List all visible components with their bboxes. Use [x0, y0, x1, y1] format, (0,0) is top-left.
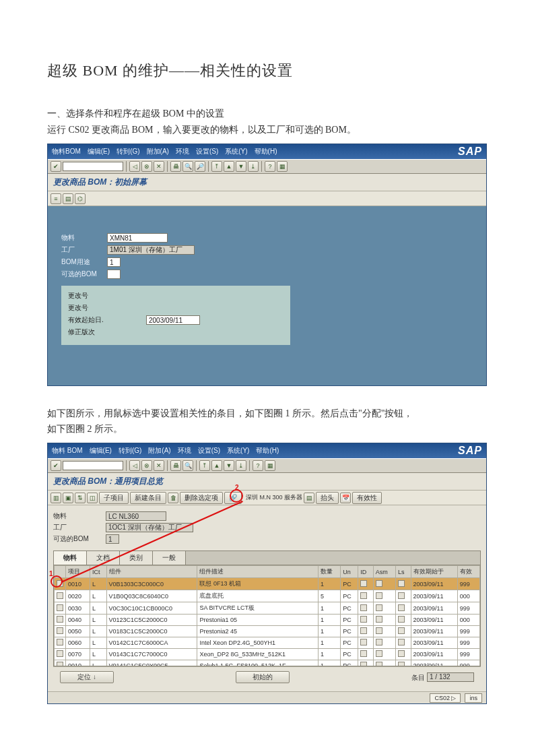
menu-item[interactable]: 物料BOM	[52, 147, 81, 156]
item-icon[interactable]: ≡	[51, 193, 61, 204]
flag-checkbox[interactable]	[376, 627, 382, 634]
usage-input[interactable]: 1	[107, 257, 121, 267]
menu-item[interactable]: 环境	[178, 446, 191, 455]
table-row[interactable]: 0050LV0183C1C5C2000C0Prestonia2 451PC200…	[55, 626, 480, 637]
table-row[interactable]: 0030LV0C30C10C1CB000C0SA BITVCRE LCT板1PC…	[55, 602, 480, 615]
table-row[interactable]: 0010LV0141C1C5C0Y00C5Solub1 1.5G_FS8100_…	[55, 660, 480, 667]
column-header[interactable]: 有效期始于	[411, 566, 457, 578]
menu-item[interactable]: 设置(S)	[198, 446, 220, 455]
flag-checkbox[interactable]	[398, 616, 405, 623]
flag-checkbox[interactable]	[376, 580, 382, 587]
last-page-icon[interactable]: ⤓	[236, 460, 246, 471]
item-grid[interactable]: 项目ICt组件组件描述数量UnIDAsmLs有效期始于有效 0010LV0B13…	[54, 565, 480, 666]
column-header[interactable]: ID	[358, 566, 374, 578]
header-icon[interactable]: ▤	[63, 193, 73, 204]
plant-input[interactable]: 1M01 深圳（存储）工厂	[107, 245, 195, 255]
assign-button[interactable]: 🔗	[224, 492, 242, 504]
tab-class[interactable]: 类别	[120, 551, 153, 565]
flag-checkbox[interactable]	[376, 604, 382, 611]
flag-checkbox[interactable]	[360, 604, 367, 611]
last-page-icon[interactable]: ⤓	[248, 161, 259, 172]
print-icon[interactable]: 🖶	[170, 161, 181, 172]
flag-checkbox[interactable]	[398, 604, 405, 611]
flag-checkbox[interactable]	[398, 639, 405, 645]
position-button[interactable]: 定位 ↓	[60, 671, 114, 683]
find-icon[interactable]: 🔍	[182, 161, 193, 172]
menu-item[interactable]: 帮助(H)	[255, 147, 277, 156]
menu-item[interactable]: 编辑(E)	[88, 147, 110, 156]
sap-menu[interactable]: 物料BOM 编辑(E) 转到(G) 附加(A) 环境 设置(S) 系统(Y) 帮…	[52, 147, 277, 156]
material-input[interactable]: XMN81	[107, 233, 168, 243]
tab-general[interactable]: 一般	[153, 551, 186, 565]
flag-checkbox[interactable]	[360, 627, 367, 634]
header-icon[interactable]: ▤	[304, 493, 314, 503]
validfrom-input[interactable]: 2003/09/11	[146, 315, 200, 325]
validity-icon[interactable]: 📅	[340, 493, 351, 503]
delete-selected-button[interactable]: 删除选定项	[180, 492, 223, 504]
next-page-icon[interactable]: ▼	[236, 161, 246, 172]
help-icon[interactable]: ?	[253, 460, 263, 471]
flag-checkbox[interactable]	[398, 627, 405, 634]
row-select-checkbox[interactable]	[57, 592, 63, 599]
find-next-icon[interactable]: 🔎	[195, 161, 205, 172]
flag-checkbox[interactable]	[376, 662, 382, 666]
delete-icon[interactable]: 🗑	[168, 493, 178, 503]
table-row[interactable]: 0060LV0142C1C7C6000CAIntel Xeon DP2.4G_5…	[55, 637, 480, 649]
tree-icon[interactable]: ⌬	[75, 193, 86, 204]
column-header[interactable]: Asm	[373, 566, 395, 578]
graph-icon[interactable]: ◫	[87, 493, 98, 503]
flag-checkbox[interactable]	[360, 639, 367, 645]
row-select-checkbox[interactable]	[57, 627, 63, 634]
new-entry-button[interactable]: 新建条目	[130, 492, 166, 504]
flag-checkbox[interactable]	[376, 592, 382, 599]
first-page-icon[interactable]: ⤒	[199, 460, 210, 471]
next-page-icon[interactable]: ▼	[224, 460, 234, 471]
layout-icon[interactable]: ▦	[277, 161, 288, 172]
column-header[interactable]: Ls	[395, 566, 411, 578]
flag-checkbox[interactable]	[360, 580, 367, 587]
layout-icon[interactable]: ▦	[265, 460, 275, 471]
cancel-icon[interactable]: ✕	[154, 460, 164, 471]
column-header[interactable]: 有效	[457, 566, 479, 578]
flag-checkbox[interactable]	[360, 616, 367, 623]
table-row[interactable]: 0070LV0143C1C7C7000C0Xeon_DP2 8G_533MHz_…	[55, 649, 480, 660]
table-row[interactable]: 0020LV1B0Q03C8C6040C0底盘底托5PC2003/09/1100…	[55, 590, 480, 602]
column-header[interactable]: 数量	[319, 566, 341, 578]
menu-item[interactable]: 编辑(E)	[90, 446, 112, 455]
row-select-checkbox[interactable]	[57, 639, 63, 645]
prev-page-icon[interactable]: ▲	[211, 460, 222, 471]
back-icon[interactable]: ◁	[129, 460, 140, 471]
initial-button[interactable]: 初始的	[236, 671, 290, 683]
subitem-button[interactable]: 子项目	[99, 492, 129, 504]
sap-menu[interactable]: 物料 BOM 编辑(E) 转到(G) 附加(A) 环境 设置(S) 系统(Y) …	[52, 446, 279, 455]
exit-icon[interactable]: ⊗	[141, 460, 152, 471]
flag-checkbox[interactable]	[398, 650, 405, 657]
flag-checkbox[interactable]	[398, 592, 405, 599]
table-row[interactable]: 0040LV0123C1C5C2000C0Prestonia1 051PC200…	[55, 615, 480, 626]
tcode-input[interactable]	[63, 162, 123, 171]
table-row[interactable]: 0010LV0B1303C3C000C0联想 0F13 机箱1PC2003/09…	[55, 578, 480, 590]
column-header[interactable]: ICt	[90, 566, 106, 578]
menu-item[interactable]: 帮助(H)	[256, 446, 279, 455]
flag-checkbox[interactable]	[376, 616, 382, 623]
column-header[interactable]: 组件	[106, 566, 197, 578]
row-select-checkbox[interactable]	[57, 604, 63, 611]
save-icon[interactable]: ✔	[51, 460, 61, 471]
menu-item[interactable]: 系统(Y)	[227, 446, 249, 455]
row-select-checkbox[interactable]	[57, 580, 63, 587]
help-icon[interactable]: ?	[265, 161, 275, 172]
back-icon[interactable]: ◁	[129, 161, 140, 172]
first-page-icon[interactable]: ⤒	[211, 161, 222, 172]
exit-icon[interactable]: ⊗	[141, 161, 152, 172]
flag-checkbox[interactable]	[360, 592, 367, 599]
alt-bom-input[interactable]	[107, 270, 121, 279]
header-button[interactable]: 抬头	[316, 492, 339, 504]
tab-document[interactable]: 文档	[87, 551, 120, 565]
column-header[interactable]: 组件描述	[197, 566, 319, 578]
flag-checkbox[interactable]	[398, 662, 405, 666]
menu-item[interactable]: 物料 BOM	[52, 446, 83, 455]
flag-checkbox[interactable]	[376, 639, 382, 645]
detail-icon[interactable]: ▥	[51, 493, 61, 503]
prev-page-icon[interactable]: ▲	[224, 161, 234, 172]
column-header[interactable]: 项目	[66, 566, 90, 578]
